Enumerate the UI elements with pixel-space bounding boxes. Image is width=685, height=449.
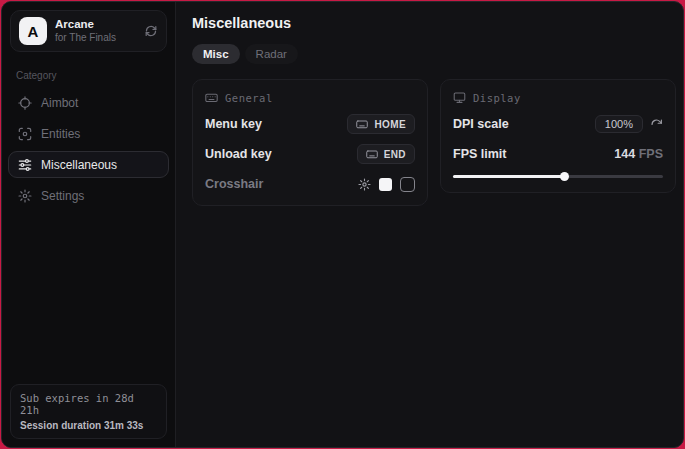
crosshair-row: Crosshair — [205, 174, 415, 194]
sidebar-item-label: Entities — [41, 127, 80, 141]
fps-number: 144 — [614, 147, 635, 161]
general-card-header: General — [205, 91, 415, 104]
crosshair-label: Crosshair — [205, 177, 263, 191]
tab-misc[interactable]: Misc — [192, 44, 240, 64]
fps-limit-value: 144 FPS — [614, 147, 663, 161]
sidebar-item-label: Miscellaneous — [41, 158, 117, 172]
slider-thumb[interactable] — [560, 172, 569, 181]
sliders-icon — [18, 158, 32, 172]
sub-expiry-text: Sub expires in 28d 21h — [20, 392, 157, 416]
subscription-info: Sub expires in 28d 21h Session duration … — [10, 384, 167, 439]
keyboard-icon — [356, 118, 368, 130]
dpi-scale-label: DPI scale — [453, 117, 509, 131]
sidebar-item-entities[interactable]: Entities — [8, 120, 169, 147]
unload-key-value: END — [384, 149, 406, 160]
category-label: Category — [16, 70, 161, 81]
refresh-icon[interactable] — [144, 24, 158, 38]
cards-row: General Menu key HOME Unload key — [192, 79, 676, 206]
keyboard-icon — [205, 91, 218, 104]
main-content: Miscellaneous Misc Radar General — [176, 2, 684, 447]
gear-icon — [18, 189, 32, 203]
dpi-scale-select[interactable]: 100% — [595, 115, 663, 133]
menu-key-label: Menu key — [205, 117, 262, 131]
unload-key-button[interactable]: END — [357, 144, 415, 164]
brand-text: Arcane for The Finals — [55, 18, 136, 45]
scan-icon — [18, 127, 32, 141]
sidebar-item-label: Aimbot — [41, 96, 78, 110]
sidebar: A Arcane for The Finals Category Aimbot — [2, 2, 176, 447]
sidebar-item-miscellaneous[interactable]: Miscellaneous — [8, 151, 169, 178]
tab-radar[interactable]: Radar — [245, 44, 298, 64]
sidebar-nav: Aimbot Entities Miscella — [8, 89, 169, 209]
menu-key-button[interactable]: HOME — [347, 114, 415, 134]
crosshair-color-swatch[interactable] — [379, 178, 392, 191]
page-title: Miscellaneous — [192, 15, 676, 31]
dpi-scale-value: 100% — [595, 115, 643, 133]
crosshair-icon — [18, 96, 32, 110]
display-card-header: Display — [453, 91, 663, 104]
app-window: A Arcane for The Finals Category Aimbot — [1, 1, 684, 448]
sidebar-item-label: Settings — [41, 189, 84, 203]
display-card: Display DPI scale 100% FPS limit — [440, 79, 676, 193]
refresh-icon[interactable] — [650, 118, 663, 131]
sidebar-item-aimbot[interactable]: Aimbot — [8, 89, 169, 116]
fps-limit-label: FPS limit — [453, 147, 506, 161]
general-card-title: General — [225, 92, 273, 104]
app-subtitle: for The Finals — [55, 32, 136, 44]
menu-key-row: Menu key HOME — [205, 114, 415, 134]
fps-limit-slider[interactable] — [453, 172, 663, 181]
menu-key-value: HOME — [374, 119, 406, 130]
sidebar-item-settings[interactable]: Settings — [8, 182, 169, 209]
keyboard-icon — [366, 148, 378, 160]
fps-unit: FPS — [639, 147, 663, 161]
crosshair-checkbox[interactable] — [400, 177, 415, 192]
general-card: General Menu key HOME Unload key — [192, 79, 428, 206]
monitor-icon — [453, 91, 466, 104]
slider-fill — [453, 175, 564, 178]
unload-key-label: Unload key — [205, 147, 272, 161]
session-duration-text: Session duration 31m 33s — [20, 420, 157, 431]
crosshair-settings-gear-icon[interactable] — [358, 178, 371, 191]
brand-card: A Arcane for The Finals — [10, 10, 167, 52]
crosshair-controls — [358, 177, 415, 192]
app-logo: A — [19, 17, 47, 45]
display-card-title: Display — [473, 92, 521, 104]
unload-key-row: Unload key END — [205, 144, 415, 164]
dpi-scale-row: DPI scale 100% — [453, 114, 663, 134]
app-title: Arcane — [55, 18, 136, 32]
tab-bar: Misc Radar — [192, 44, 676, 64]
fps-limit-row: FPS limit 144 FPS — [453, 144, 663, 164]
